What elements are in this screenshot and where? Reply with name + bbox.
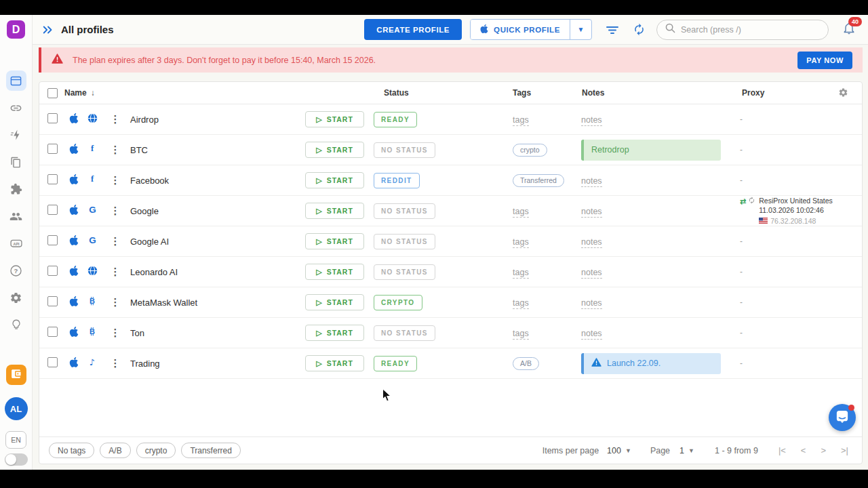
notes-placeholder[interactable]: notes	[581, 237, 602, 248]
start-button[interactable]: ▷START	[305, 111, 364, 127]
sidebar-item-extensions[interactable]	[6, 179, 26, 199]
quick-profile-caret[interactable]: ▼	[570, 20, 591, 39]
language-selector[interactable]: EN	[5, 431, 26, 449]
status-badge[interactable]: CRYPTO	[374, 295, 422, 310]
theme-toggle[interactable]	[5, 453, 28, 466]
sidebar-item-help[interactable]: ?	[6, 260, 26, 281]
start-button[interactable]: ▷START	[305, 264, 364, 280]
create-profile-button[interactable]: CREATE PROFILE	[364, 19, 462, 40]
tag-chip[interactable]: A/B	[513, 357, 539, 370]
prev-page-icon[interactable]: <	[801, 445, 806, 455]
sidebar-item-team[interactable]	[6, 206, 26, 226]
next-page-icon[interactable]: >	[821, 445, 826, 455]
start-button[interactable]: ▷START	[305, 142, 364, 158]
proxy-rotate-icon[interactable]: ⇄	[740, 197, 746, 207]
row-menu-icon[interactable]: ⋮	[111, 144, 121, 156]
expand-sidebar-icon[interactable]	[42, 24, 54, 35]
tags-placeholder[interactable]: tags	[513, 298, 529, 309]
row-checkbox[interactable]	[47, 205, 58, 215]
sidebar-item-proxies[interactable]	[6, 98, 26, 118]
sidebar-item-pages[interactable]	[6, 152, 26, 172]
start-button[interactable]: ▷START	[305, 233, 364, 249]
row-menu-icon[interactable]: ⋮	[111, 357, 121, 369]
tags-placeholder[interactable]: tags	[513, 329, 529, 340]
notes-placeholder[interactable]: notes	[581, 207, 602, 218]
tag-filter-chip[interactable]: A/B	[100, 443, 130, 458]
start-button[interactable]: ▷START	[305, 325, 364, 341]
tag-chip[interactable]: Transferred	[513, 174, 564, 187]
table-row[interactable]: ⋮ Airdrop ▷START READY tags notes -	[39, 104, 862, 135]
proxy-refresh-icon[interactable]	[748, 197, 755, 206]
sort-desc-icon[interactable]: ↓	[91, 88, 95, 98]
wallet-button[interactable]	[6, 365, 26, 385]
app-logo[interactable]: D	[7, 20, 25, 39]
quick-profile-button[interactable]: QUICK PROFILE	[471, 20, 570, 39]
sidebar-item-automation[interactable]	[6, 125, 26, 145]
sidebar-item-api[interactable]: API	[6, 233, 26, 253]
row-menu-icon[interactable]: ⋮	[111, 235, 121, 247]
start-button[interactable]: ▷START	[305, 294, 364, 310]
sidebar-item-ideas[interactable]	[6, 314, 26, 335]
refresh-icon[interactable]	[633, 23, 646, 36]
notes-placeholder[interactable]: notes	[581, 268, 602, 279]
row-checkbox[interactable]	[47, 144, 58, 154]
chat-button[interactable]	[829, 404, 856, 431]
tag-chip[interactable]: crypto	[513, 144, 547, 157]
tag-filter-chip[interactable]: No tags	[49, 443, 94, 458]
row-checkbox[interactable]	[47, 235, 58, 245]
select-all-checkbox[interactable]	[47, 88, 58, 98]
first-page-icon[interactable]: |<	[778, 445, 786, 455]
tags-placeholder[interactable]: tags	[513, 115, 529, 126]
status-badge[interactable]: REDDIT	[374, 173, 420, 188]
status-badge[interactable]: NO STATUS	[374, 234, 435, 249]
note-cell[interactable]: Launch 22.09.	[581, 353, 721, 374]
tag-filter-chip[interactable]: crypto	[136, 443, 176, 458]
start-button[interactable]: ▷START	[305, 203, 364, 219]
row-menu-icon[interactable]: ⋮	[111, 113, 121, 125]
items-per-page-select[interactable]: 100▼	[607, 446, 631, 455]
table-row[interactable]: G ⋮ Google AI ▷START NO STATUS tags note…	[39, 226, 862, 257]
table-row[interactable]: G ⋮ Google ▷START NO STATUS tags notes ⇄…	[39, 196, 862, 226]
sidebar-item-settings[interactable]	[6, 287, 26, 308]
row-menu-icon[interactable]: ⋮	[111, 174, 121, 186]
row-checkbox[interactable]	[47, 174, 58, 184]
row-checkbox[interactable]	[47, 327, 58, 337]
status-badge[interactable]: NO STATUS	[374, 142, 435, 158]
pay-now-button[interactable]: PAY NOW	[797, 52, 852, 69]
table-row[interactable]: ♪ ⋮ Trading ▷START READY A/B Launch 22.0…	[39, 348, 862, 379]
status-badge[interactable]: NO STATUS	[374, 264, 435, 280]
table-row[interactable]: B ⋮ Ton ▷START NO STATUS tags notes -	[39, 318, 862, 348]
tags-placeholder[interactable]: tags	[513, 268, 529, 279]
row-menu-icon[interactable]: ⋮	[111, 327, 121, 339]
notes-placeholder[interactable]: notes	[581, 115, 602, 126]
notifications-button[interactable]: 40	[842, 22, 856, 38]
tags-placeholder[interactable]: tags	[513, 207, 529, 218]
search-input[interactable]	[681, 25, 820, 35]
table-settings-icon[interactable]	[838, 87, 848, 100]
avatar[interactable]: AL	[5, 397, 28, 420]
status-badge[interactable]: NO STATUS	[374, 325, 435, 341]
status-badge[interactable]: READY	[374, 356, 417, 371]
row-checkbox[interactable]	[47, 296, 58, 306]
start-button[interactable]: ▷START	[305, 172, 364, 188]
row-menu-icon[interactable]: ⋮	[111, 266, 121, 278]
notes-placeholder[interactable]: notes	[581, 298, 602, 309]
row-menu-icon[interactable]: ⋮	[111, 296, 121, 308]
tag-filter-chip[interactable]: Transferred	[181, 443, 241, 458]
row-checkbox[interactable]	[47, 357, 58, 367]
start-button[interactable]: ▷START	[305, 355, 364, 371]
tags-placeholder[interactable]: tags	[513, 237, 529, 248]
row-menu-icon[interactable]: ⋮	[111, 205, 121, 217]
sidebar-item-profiles[interactable]	[6, 70, 26, 91]
table-row[interactable]: f ⋮ Facebook ▷START REDDIT Transferred n…	[39, 165, 862, 196]
table-row[interactable]: ⋮ Leonardo AI ▷START NO STATUS tags note…	[39, 257, 862, 287]
table-row[interactable]: B ⋮ MetaMask Wallet ▷START CRYPTO tags n…	[39, 287, 862, 318]
filter-icon[interactable]	[606, 24, 619, 35]
row-checkbox[interactable]	[47, 113, 58, 123]
column-header-name[interactable]: Name↓	[64, 88, 95, 98]
last-page-icon[interactable]: >|	[841, 445, 848, 455]
page-select[interactable]: 1▼	[679, 446, 694, 455]
row-checkbox[interactable]	[47, 266, 58, 276]
note-cell[interactable]: Retrodrop	[581, 140, 721, 161]
notes-placeholder[interactable]: notes	[581, 176, 602, 187]
